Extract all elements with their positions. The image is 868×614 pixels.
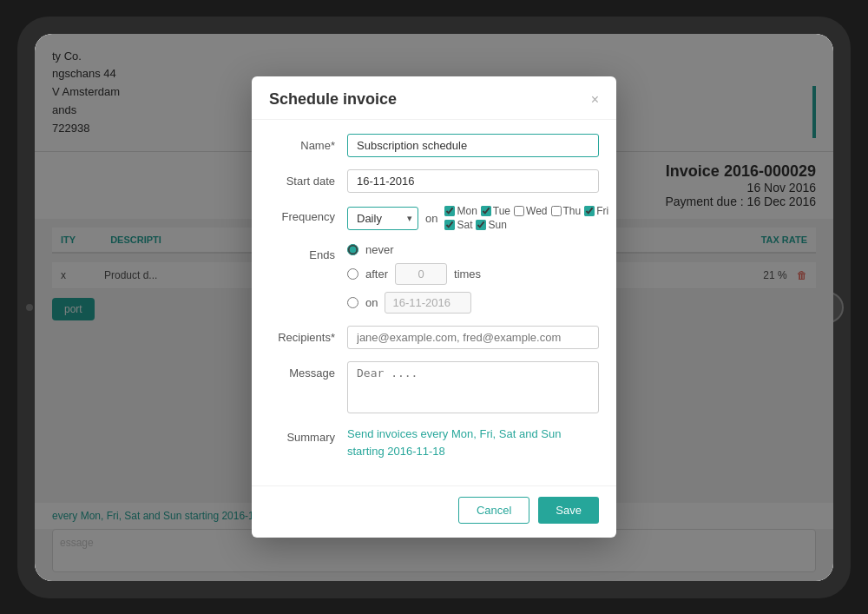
ends-after-option: after times: [347, 263, 481, 285]
name-label: Name*: [269, 134, 347, 152]
cancel-button[interactable]: Cancel: [458, 497, 529, 524]
ends-times-label: times: [454, 267, 481, 281]
save-button[interactable]: Save: [538, 497, 599, 524]
schedule-invoice-modal: Schedule invoice × Name* Start date: [252, 76, 616, 538]
summary-text: Send invoices every Mon, Fri, Sat and Su…: [347, 426, 599, 459]
day-wed[interactable]: Wed: [514, 205, 547, 217]
ends-after-label: after: [365, 267, 388, 281]
start-date-row: Start date: [269, 169, 599, 193]
frequency-select[interactable]: Daily Weekly Monthly: [347, 207, 418, 230]
modal-overlay: Schedule invoice × Name* Start date: [35, 34, 833, 581]
ends-never-option: never: [347, 243, 481, 256]
summary-label: Summary: [269, 426, 347, 444]
ends-label: Ends: [269, 243, 347, 261]
device-frame: ty Co. ngschans 44 V Amsterdam ands 7229…: [17, 17, 851, 598]
ends-row: Ends never after times: [269, 243, 599, 314]
recipients-input[interactable]: [347, 326, 599, 349]
name-input[interactable]: [347, 134, 599, 157]
ends-on-radio[interactable]: [347, 297, 358, 308]
modal-close-button[interactable]: ×: [591, 93, 599, 107]
ends-on-option: on: [347, 292, 481, 314]
modal-title: Schedule invoice: [269, 90, 397, 109]
on-label: on: [425, 212, 437, 225]
day-thu[interactable]: Thu: [551, 205, 582, 217]
day-fri[interactable]: Fri: [584, 205, 608, 217]
message-textarea[interactable]: [347, 361, 599, 413]
message-label: Message: [269, 361, 347, 380]
start-date-label: Start date: [269, 169, 347, 188]
days-group: Mon Tue Wed: [444, 205, 608, 231]
screen: ty Co. ngschans 44 V Amsterdam ands 7229…: [35, 34, 833, 581]
summary-row: Summary Send invoices every Mon, Fri, Sa…: [269, 426, 599, 459]
day-tue[interactable]: Tue: [481, 205, 510, 217]
day-sun[interactable]: Sun: [476, 219, 506, 231]
day-mon[interactable]: Mon: [444, 205, 477, 217]
modal-footer: Cancel Save: [252, 485, 616, 538]
ends-on-label: on: [365, 296, 378, 309]
ends-never-label: never: [365, 243, 394, 256]
start-date-input[interactable]: [347, 169, 599, 193]
message-row: Message: [269, 361, 599, 413]
frequency-row: Frequency Daily Weekly Monthly on: [269, 205, 599, 231]
camera-icon: [26, 304, 33, 311]
recipients-row: Recipients*: [269, 326, 599, 349]
day-sat[interactable]: Sat: [444, 219, 472, 231]
ends-after-input[interactable]: [395, 263, 447, 285]
modal-body: Name* Start date Frequency: [252, 120, 616, 485]
ends-after-radio[interactable]: [347, 268, 358, 280]
ends-section: never after times on: [347, 243, 481, 314]
name-row: Name*: [269, 134, 599, 157]
frequency-label: Frequency: [269, 205, 347, 223]
ends-never-radio[interactable]: [347, 244, 358, 255]
frequency-select-wrap: Daily Weekly Monthly: [347, 207, 418, 230]
ends-on-date-input[interactable]: [385, 292, 471, 314]
recipients-label: Recipients*: [269, 326, 347, 344]
modal-header: Schedule invoice ×: [252, 76, 616, 120]
